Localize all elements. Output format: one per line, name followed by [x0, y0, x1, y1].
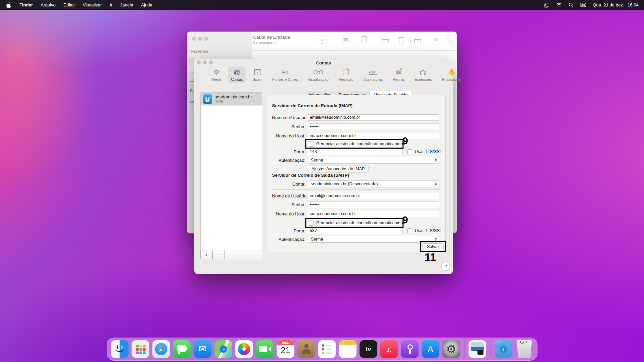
- outgoing-manage-checkbox[interactable]: [309, 221, 314, 226]
- toolbar-item-fontes-e-cores[interactable]: Aa Fontes e Cores: [270, 66, 301, 83]
- outgoing-tls-checkbox[interactable]: [407, 228, 412, 233]
- menu-ajuda[interactable]: Ajuda: [141, 2, 152, 7]
- account-row-seudominio[interactable]: @ seudominio.com.br IMAP: [201, 93, 262, 106]
- sent-icon[interactable]: [190, 77, 194, 82]
- dock-facetime-icon[interactable]: [256, 340, 274, 358]
- save-button[interactable]: Salvar: [422, 243, 444, 250]
- menu-janela[interactable]: Janela: [120, 2, 133, 7]
- incoming-password-input[interactable]: [308, 123, 439, 130]
- incoming-auth-row: Autenticação: Senha: [272, 157, 442, 164]
- settings-glyph: ⚙: [446, 343, 456, 355]
- dock-calendar-icon[interactable]: DEZ.21: [277, 340, 294, 358]
- section-divider: [272, 189, 440, 190]
- glasses-icon: [313, 68, 323, 76]
- outgoing-account-select[interactable]: seudominio.com.br (Desconectada): [308, 180, 439, 187]
- mail-close-button[interactable]: [192, 37, 196, 41]
- dock-podcasts-icon[interactable]: [401, 340, 419, 358]
- toolbar-item-assinaturas[interactable]: Assinaturas: [360, 66, 385, 83]
- incoming-host-input[interactable]: [308, 133, 439, 139]
- envelope-icon[interactable]: ✉: [342, 36, 348, 44]
- dock-messages-icon[interactable]: [173, 340, 191, 358]
- junk-box-icon: ✕: [254, 68, 261, 76]
- imap-advanced-button[interactable]: Ajustes Avançados do IMAP: [308, 166, 369, 172]
- incoming-tls-checkbox[interactable]: [407, 149, 412, 154]
- dock-downloads-icon[interactable]: ↓: [495, 340, 513, 358]
- save-highlight: Salvar: [420, 241, 446, 252]
- toolbar-separator: [395, 38, 395, 44]
- desktop: Favoritos C se Caixa de Entrada 0 mensag…: [0, 0, 644, 362]
- trash-icon[interactable]: [399, 36, 404, 43]
- add-account-button[interactable]: +: [201, 250, 213, 259]
- server-settings-panel: Servidor de Correio de Entrada (IMAP) No…: [267, 95, 446, 252]
- toolbar-item-spam[interactable]: ✕ Spam: [250, 66, 265, 83]
- archive-icon[interactable]: [382, 36, 389, 43]
- menu-finder[interactable]: Finder: [19, 2, 33, 7]
- toolbar-item-redacao[interactable]: Redação: [336, 66, 356, 83]
- more-chevrons-icon[interactable]: »: [434, 35, 438, 44]
- incoming-username-input[interactable]: [308, 114, 439, 121]
- incoming-port-input[interactable]: [308, 149, 402, 155]
- account-protocol: IMAP: [215, 99, 252, 103]
- outgoing-auth-row: Autenticação: Senha: [272, 236, 442, 243]
- menu-clock[interactable]: Qua. 21 de dez. 16:04: [593, 2, 639, 7]
- outgoing-username-input[interactable]: [308, 193, 439, 199]
- dock-photos-icon[interactable]: [235, 340, 253, 358]
- compose-icon: [343, 68, 349, 76]
- dock-finder-icon[interactable]: [111, 340, 129, 358]
- menu-arquivo[interactable]: Arquivo: [41, 2, 56, 7]
- window-tile-icon[interactable]: [544, 3, 549, 7]
- dock-preview-icon[interactable]: [469, 340, 486, 358]
- toolbar-separator: [410, 38, 411, 44]
- menu-visualizar[interactable]: Visualizar: [83, 2, 102, 7]
- remove-account-button[interactable]: −: [213, 250, 225, 259]
- toolbar-item-extensoes[interactable]: Extensões: [412, 66, 434, 83]
- toolbar-item-contas[interactable]: @ Contas: [228, 66, 246, 83]
- control-center-icon[interactable]: [580, 3, 586, 7]
- toolbar-item-regras[interactable]: ✉ Regras: [390, 66, 407, 83]
- document-icon[interactable]: [190, 68, 194, 73]
- dock-contacts-icon[interactable]: [298, 340, 315, 358]
- toolbar-item-visualizacao[interactable]: Visualização: [305, 66, 332, 83]
- outgoing-password-input[interactable]: [308, 202, 439, 208]
- dock-settings-icon[interactable]: ⚙: [443, 340, 460, 358]
- dock-trash-icon[interactable]: [516, 340, 533, 358]
- wifi-icon[interactable]: [556, 3, 562, 7]
- junk-icon[interactable]: ✕: [414, 36, 421, 43]
- outgoing-port-row: Porta: Usar TLS/SSL: [272, 227, 442, 234]
- dock-safari-icon[interactable]: [153, 340, 170, 358]
- incoming-auth-select[interactable]: Senha: [308, 157, 439, 164]
- dock-music-icon[interactable]: ♫: [380, 340, 398, 358]
- toolbar-item-geral[interactable]: ⚙ Geral: [209, 66, 224, 83]
- mail-zoom-button[interactable]: [204, 37, 208, 41]
- outgoing-auth-select[interactable]: Senha: [308, 236, 439, 243]
- dock-appstore-icon[interactable]: A: [422, 340, 440, 358]
- menu-ir[interactable]: Ir: [110, 2, 112, 7]
- tv-glyph: tv: [365, 345, 372, 353]
- maps-glyph: ▲: [218, 344, 229, 355]
- incoming-manage-checkbox[interactable]: [309, 141, 314, 147]
- dock-reminders-icon[interactable]: [318, 340, 336, 358]
- dock-launchpad-icon[interactable]: [132, 340, 149, 358]
- menu-editar[interactable]: Editar: [64, 2, 75, 7]
- favorites-heading: Favoritos: [191, 49, 208, 53]
- dock-separator: [464, 340, 465, 358]
- apple-menu[interactable]: [6, 2, 12, 8]
- envelope-x-icon: ✉: [396, 68, 401, 76]
- search-icon[interactable]: [569, 2, 574, 7]
- dock-maps-icon[interactable]: ▲: [215, 340, 232, 358]
- accounts-preferences-window: Contas ⚙ Geral @ Contas ✕ Spam Aa Fontes…: [194, 59, 453, 274]
- toolbar-item-privacidade[interactable]: ✋ Privacidade: [439, 66, 464, 83]
- dock-tv-icon[interactable]: tv: [360, 340, 377, 358]
- dock-notes-icon[interactable]: [339, 340, 357, 358]
- mail-minimize-button[interactable]: [198, 37, 202, 41]
- filter-icon[interactable]: ≡: [319, 36, 326, 44]
- downloads-glyph: ↓: [500, 345, 507, 353]
- sidebar-selected-item-fragment[interactable]: [189, 57, 194, 65]
- dock-mail-icon[interactable]: ✉: [194, 340, 212, 358]
- outgoing-port-input[interactable]: [308, 228, 402, 234]
- compose-icon[interactable]: [361, 36, 367, 42]
- search-icon[interactable]: [446, 36, 450, 42]
- outgoing-host-input[interactable]: [308, 211, 439, 217]
- step-9-badge-incoming: 9: [402, 135, 408, 147]
- help-button[interactable]: ?: [441, 262, 450, 271]
